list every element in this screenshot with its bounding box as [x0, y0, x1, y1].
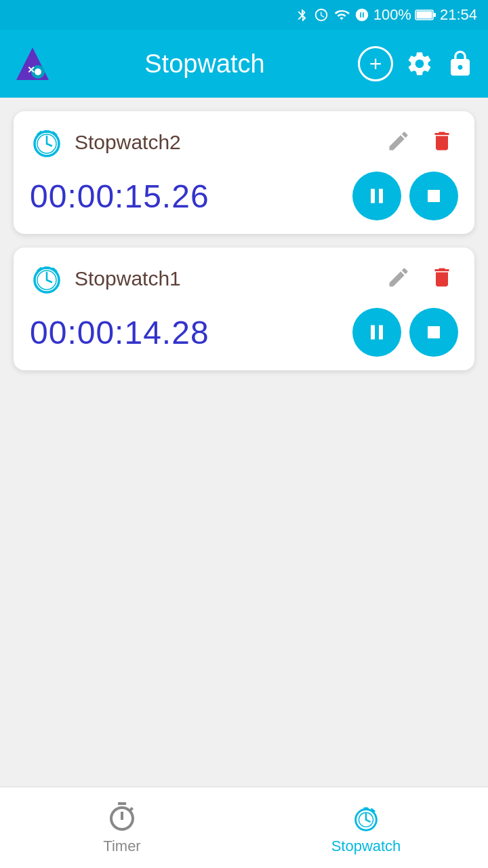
svg-rect-11 — [44, 130, 49, 133]
sw2-footer: 00:00:15.26 — [30, 172, 458, 220]
edit-icon — [386, 265, 411, 290]
sw1-header: Stopwatch1 — [30, 261, 458, 296]
tab-stopwatch[interactable]: Stopwatch — [244, 787, 488, 868]
stopwatch-card-2: Stopwatch2 00:00:15.26 — [14, 111, 474, 234]
time-text: 21:54 — [440, 6, 477, 24]
add-icon: + — [369, 53, 382, 75]
sw1-delete-button[interactable] — [426, 261, 458, 296]
sw2-pause-button[interactable] — [352, 172, 401, 220]
sw2-delete-button[interactable] — [426, 125, 458, 159]
pause-icon — [365, 320, 389, 344]
stopwatch-tab-label: Stopwatch — [331, 837, 401, 855]
stopwatch-nav-icon — [350, 801, 382, 833]
svg-text:✕: ✕ — [27, 64, 35, 75]
app-title: Stopwatch — [62, 50, 347, 79]
bottom-nav: Timer Stopwatch — [0, 787, 488, 868]
stopwatch-card-1: Stopwatch1 00:00:14.28 — [14, 248, 474, 370]
app-bar: ✕ Stopwatch + — [0, 30, 488, 98]
edit-icon — [386, 129, 411, 153]
sw1-edit-button[interactable] — [382, 261, 415, 296]
nosim-icon — [354, 7, 369, 22]
sw2-stop-button[interactable] — [409, 172, 458, 220]
stop-icon — [422, 320, 446, 344]
wifi-icon — [333, 7, 350, 22]
status-icons: 100% 21:54 — [295, 6, 477, 24]
sw1-stop-button[interactable] — [409, 308, 458, 357]
battery-text: 100% — [373, 6, 411, 24]
main-content: Stopwatch2 00:00:15.26 — [0, 98, 488, 787]
bluetooth-icon — [295, 7, 310, 22]
add-button[interactable]: + — [358, 46, 393, 81]
mute-icon — [446, 50, 474, 78]
sw1-pause-button[interactable] — [352, 308, 401, 357]
sw2-name: Stopwatch2 — [75, 131, 371, 154]
gear-icon — [405, 50, 434, 78]
pause-icon — [365, 184, 389, 208]
trash-icon — [430, 129, 454, 153]
svg-point-5 — [35, 68, 41, 75]
timer-tab-label: Timer — [103, 837, 140, 855]
sw1-time: 00:00:14.28 — [30, 314, 344, 351]
app-logo: ✕ — [14, 45, 52, 83]
sw2-icon — [30, 125, 64, 159]
sw2-edit-button[interactable] — [382, 125, 415, 159]
sw1-name: Stopwatch1 — [75, 267, 371, 290]
stop-icon — [422, 184, 446, 208]
tab-timer[interactable]: Timer — [0, 787, 244, 868]
status-bar: 100% 21:54 — [0, 0, 488, 30]
sw2-time: 00:00:15.26 — [30, 178, 344, 215]
sw2-header: Stopwatch2 — [30, 125, 458, 159]
sw1-icon — [30, 262, 64, 296]
battery-icon — [415, 9, 436, 21]
svg-rect-1 — [416, 12, 432, 19]
mute-button[interactable] — [446, 50, 474, 78]
trash-icon — [430, 265, 454, 290]
timer-icon — [106, 801, 138, 833]
svg-rect-2 — [433, 13, 436, 17]
svg-rect-18 — [44, 267, 49, 269]
alarm-icon — [314, 7, 329, 22]
settings-button[interactable] — [405, 50, 434, 78]
app-bar-actions: + — [358, 46, 474, 81]
sw1-footer: 00:00:14.28 — [30, 308, 458, 357]
svg-rect-25 — [363, 807, 369, 809]
